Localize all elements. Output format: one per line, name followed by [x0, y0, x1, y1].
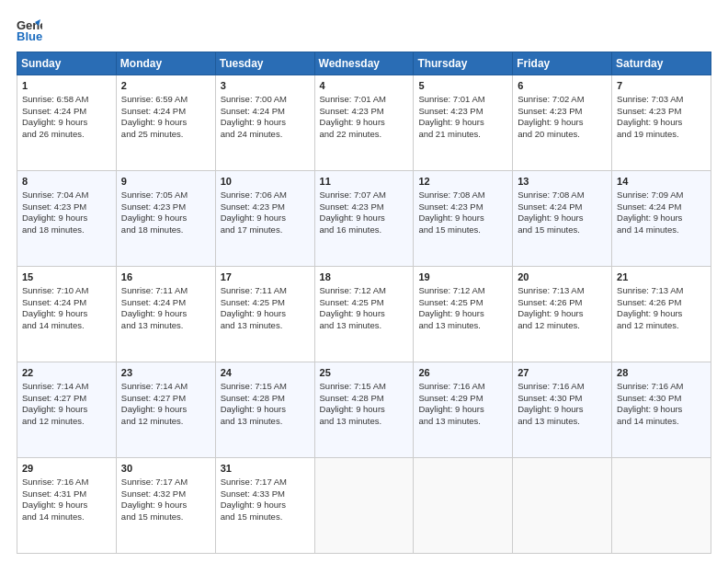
calendar-week-row: 15Sunrise: 7:10 AMSunset: 4:24 PMDayligh… — [17, 267, 711, 362]
weekday-header: Thursday — [414, 52, 513, 75]
calendar-cell: 24Sunrise: 7:15 AMSunset: 4:28 PMDayligh… — [215, 362, 314, 458]
day-info: Sunrise: 7:14 AM — [22, 381, 111, 393]
day-info: Sunrise: 7:09 AM — [617, 190, 706, 201]
day-info: and 14 minutes. — [22, 511, 111, 523]
calendar-cell: 17Sunrise: 7:11 AMSunset: 4:25 PMDayligh… — [215, 267, 314, 362]
day-info: and 13 minutes. — [418, 320, 507, 332]
day-info: Sunset: 4:24 PM — [121, 106, 210, 118]
day-info: Sunset: 4:26 PM — [617, 297, 706, 309]
day-info: Sunrise: 7:07 AM — [320, 190, 409, 201]
calendar-cell: 18Sunrise: 7:12 AMSunset: 4:25 PMDayligh… — [314, 267, 414, 362]
day-info: and 15 minutes. — [221, 511, 310, 523]
calendar-body: 1Sunrise: 6:58 AMSunset: 4:24 PMDaylight… — [17, 75, 711, 554]
day-info: Daylight: 9 hours — [22, 404, 111, 416]
calendar-cell: 13Sunrise: 7:08 AMSunset: 4:24 PMDayligh… — [513, 171, 612, 267]
day-info: Sunset: 4:24 PM — [221, 106, 310, 118]
day-info: Sunset: 4:28 PM — [221, 393, 310, 405]
day-info: Daylight: 9 hours — [518, 213, 607, 224]
day-info: Sunset: 4:27 PM — [121, 393, 210, 405]
day-info: Daylight: 9 hours — [22, 117, 111, 129]
header: General Blue — [17, 17, 711, 42]
day-info: and 22 minutes. — [320, 129, 409, 141]
day-number: 9 — [121, 175, 210, 189]
day-info: Daylight: 9 hours — [320, 117, 409, 129]
day-info: and 12 minutes. — [617, 320, 706, 332]
calendar-cell: 10Sunrise: 7:06 AMSunset: 4:23 PMDayligh… — [215, 171, 314, 267]
day-info: Sunrise: 7:17 AM — [221, 477, 310, 488]
day-info: Sunrise: 7:16 AM — [22, 477, 111, 488]
day-number: 17 — [221, 270, 310, 284]
day-info: Sunset: 4:24 PM — [22, 106, 111, 118]
weekday-header: Saturday — [612, 52, 711, 75]
calendar-cell — [314, 458, 414, 554]
day-number: 11 — [320, 175, 409, 189]
day-info: and 26 minutes. — [22, 129, 111, 141]
day-info: and 18 minutes. — [121, 224, 210, 236]
day-info: and 19 minutes. — [617, 129, 706, 141]
day-number: 23 — [121, 366, 210, 380]
day-info: Daylight: 9 hours — [121, 404, 210, 416]
day-number: 14 — [617, 175, 706, 189]
day-info: Sunset: 4:26 PM — [518, 297, 607, 309]
day-info: and 14 minutes. — [617, 224, 706, 236]
day-info: Sunrise: 6:59 AM — [121, 94, 210, 106]
logo: General Blue — [17, 17, 46, 42]
day-info: Sunrise: 7:11 AM — [221, 285, 310, 297]
day-info: Sunrise: 6:58 AM — [22, 94, 111, 106]
calendar-cell: 26Sunrise: 7:16 AMSunset: 4:29 PMDayligh… — [414, 362, 513, 458]
calendar-cell: 3Sunrise: 7:00 AMSunset: 4:24 PMDaylight… — [215, 75, 314, 171]
day-info: Daylight: 9 hours — [221, 308, 310, 320]
day-info: Daylight: 9 hours — [121, 500, 210, 511]
calendar-cell — [513, 458, 612, 554]
day-info: and 15 minutes. — [518, 224, 607, 236]
day-number: 26 — [418, 366, 507, 380]
calendar-week-row: 1Sunrise: 6:58 AMSunset: 4:24 PMDaylight… — [17, 75, 711, 171]
calendar-cell: 7Sunrise: 7:03 AMSunset: 4:23 PMDaylight… — [612, 75, 711, 171]
day-info: Sunrise: 7:16 AM — [418, 381, 507, 393]
day-info: and 15 minutes. — [121, 511, 210, 523]
calendar-cell: 31Sunrise: 7:17 AMSunset: 4:33 PMDayligh… — [215, 458, 314, 554]
day-info: Sunrise: 7:05 AM — [121, 190, 210, 201]
calendar-cell: 9Sunrise: 7:05 AMSunset: 4:23 PMDaylight… — [116, 171, 215, 267]
day-info: and 14 minutes. — [22, 320, 111, 332]
day-number: 29 — [22, 462, 111, 476]
calendar-cell: 22Sunrise: 7:14 AMSunset: 4:27 PMDayligh… — [17, 362, 117, 458]
calendar-cell — [612, 458, 711, 554]
day-info: and 13 minutes. — [418, 416, 507, 428]
day-info: and 16 minutes. — [320, 224, 409, 236]
day-number: 7 — [617, 79, 706, 93]
day-info: Daylight: 9 hours — [418, 213, 507, 224]
day-info: Sunrise: 7:12 AM — [418, 285, 507, 297]
day-info: Sunset: 4:30 PM — [518, 393, 607, 405]
day-info: Sunrise: 7:15 AM — [221, 381, 310, 393]
day-number: 13 — [518, 175, 607, 189]
day-info: Daylight: 9 hours — [22, 213, 111, 224]
day-info: and 21 minutes. — [418, 129, 507, 141]
calendar-cell: 14Sunrise: 7:09 AMSunset: 4:24 PMDayligh… — [612, 171, 711, 267]
day-info: Sunset: 4:23 PM — [121, 201, 210, 213]
day-number: 30 — [121, 462, 210, 476]
day-number: 18 — [320, 270, 409, 284]
weekday-header: Tuesday — [215, 52, 314, 75]
day-info: and 13 minutes. — [518, 416, 607, 428]
day-number: 3 — [221, 79, 310, 93]
calendar-cell: 12Sunrise: 7:08 AMSunset: 4:23 PMDayligh… — [414, 171, 513, 267]
day-info: Sunrise: 7:15 AM — [320, 381, 409, 393]
day-info: and 24 minutes. — [221, 129, 310, 141]
day-info: Sunset: 4:23 PM — [320, 201, 409, 213]
day-info: Sunrise: 7:02 AM — [518, 94, 607, 106]
weekday-header: Monday — [116, 52, 215, 75]
day-info: and 13 minutes. — [221, 416, 310, 428]
calendar-cell: 28Sunrise: 7:16 AMSunset: 4:30 PMDayligh… — [612, 362, 711, 458]
day-info: and 12 minutes. — [518, 320, 607, 332]
day-number: 16 — [121, 270, 210, 284]
day-info: and 15 minutes. — [418, 224, 507, 236]
day-info: and 13 minutes. — [121, 320, 210, 332]
day-number: 6 — [518, 79, 607, 93]
day-info: Sunset: 4:24 PM — [617, 201, 706, 213]
calendar-cell: 19Sunrise: 7:12 AMSunset: 4:25 PMDayligh… — [414, 267, 513, 362]
day-info: Daylight: 9 hours — [418, 404, 507, 416]
calendar-cell: 6Sunrise: 7:02 AMSunset: 4:23 PMDaylight… — [513, 75, 612, 171]
day-number: 1 — [22, 79, 111, 93]
calendar-cell: 5Sunrise: 7:01 AMSunset: 4:23 PMDaylight… — [414, 75, 513, 171]
